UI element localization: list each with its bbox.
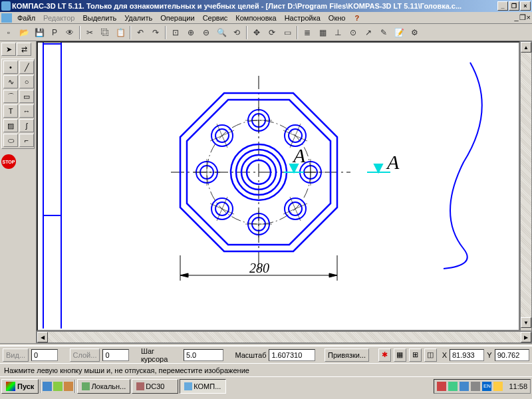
arrow-tool[interactable]: ➤	[1, 43, 16, 56]
quicklaunch-icon[interactable]	[43, 382, 52, 391]
scroll-right-arrow[interactable]: ▶	[521, 332, 531, 342]
layer-button[interactable]: Слой...	[70, 348, 100, 362]
start-button[interactable]: Пуск	[1, 379, 39, 394]
toggle-tool[interactable]: ⇄	[17, 43, 31, 56]
scale-label: Масштаб	[235, 351, 266, 359]
snap-toggle-2[interactable]: ▦	[394, 348, 406, 362]
zoom-out-button[interactable]: ⊖	[199, 25, 213, 40]
doc-restore-button[interactable]: ❐	[519, 13, 526, 22]
save-button[interactable]: 💾	[32, 25, 47, 40]
window-next-button[interactable]: ▭	[280, 25, 295, 40]
quicklaunch-icon[interactable]	[64, 382, 73, 391]
snap-button[interactable]: Привязки...	[325, 348, 369, 362]
scroll-up-arrow[interactable]: ▲	[521, 42, 531, 53]
grid-button[interactable]: ▦	[315, 25, 330, 40]
tray-icon[interactable]	[471, 382, 480, 391]
scroll-left-arrow[interactable]: ◀	[37, 332, 48, 342]
tray-icon[interactable]	[493, 382, 503, 391]
doc-close-button[interactable]: ×	[527, 13, 531, 22]
task-button-1[interactable]: Локальн...	[77, 379, 130, 394]
tray-icon[interactable]	[437, 382, 446, 391]
scroll-track[interactable]	[48, 332, 521, 342]
menu-layout[interactable]: Компоновка	[231, 13, 280, 23]
preview-button[interactable]: 👁	[63, 25, 77, 40]
x-coord: 81.933	[450, 349, 484, 361]
view-button[interactable]: Вид...	[3, 348, 29, 362]
layers-button[interactable]: ≣	[300, 25, 315, 40]
polyline-tool[interactable]: ∿	[3, 75, 18, 88]
snap-toggle-4[interactable]: ◫	[424, 348, 437, 362]
layer-field[interactable]	[102, 349, 129, 361]
point-tool[interactable]: •	[3, 61, 18, 74]
close-button[interactable]: ×	[520, 1, 531, 11]
zoom-prev-button[interactable]: ⟲	[229, 25, 244, 40]
scale-field[interactable]	[269, 349, 315, 361]
cut-button[interactable]: ✂	[82, 25, 97, 40]
horizontal-scrollbar[interactable]: ◀ ▶	[37, 331, 532, 343]
ellipse-tool[interactable]: ⬭	[3, 134, 18, 147]
open-button[interactable]: 📂	[17, 25, 31, 40]
bottom-bar: Вид... Слой... Шаг курсора Масштаб Привя…	[0, 346, 532, 363]
redo-button[interactable]: ↷	[148, 25, 163, 40]
drawing-canvas[interactable]: 280 А А	[37, 41, 520, 331]
redraw-button[interactable]: ⟳	[265, 25, 279, 40]
task-button-3[interactable]: КОМП...	[180, 379, 226, 394]
system-tray: EN 11:58	[434, 379, 531, 394]
view-letter-a: А	[292, 144, 306, 166]
undo-button[interactable]: ↶	[133, 25, 148, 40]
text-tool[interactable]: T	[3, 104, 18, 118]
zoom-all-button[interactable]: ⊡	[168, 25, 183, 40]
paste-button[interactable]: 📋	[113, 25, 128, 40]
menu-delete[interactable]: Удалить	[120, 13, 156, 23]
zoom-in-button[interactable]: ⊕	[184, 25, 198, 40]
clock[interactable]: 11:58	[509, 382, 527, 390]
x-label: X	[442, 351, 447, 359]
line-tool[interactable]: ╱	[19, 61, 34, 74]
zoom-window-button[interactable]: 🔍	[214, 25, 229, 40]
ortho-button[interactable]: ⊥	[331, 25, 345, 40]
cursor-step-field[interactable]	[184, 349, 223, 361]
pan-button[interactable]: ✥	[249, 25, 264, 40]
tray-icon[interactable]	[448, 382, 458, 391]
vertical-scrollbar[interactable]: ▲ ▼	[520, 41, 532, 331]
tray-icon[interactable]	[460, 382, 469, 391]
menu-service[interactable]: Сервис	[199, 13, 232, 23]
edit-button[interactable]: ✎	[376, 25, 391, 40]
dimension-tool[interactable]: ↔	[19, 104, 34, 118]
task-button-2[interactable]: DC30	[132, 379, 178, 394]
rect-tool[interactable]: ▭	[19, 90, 34, 103]
doc-minimize-button[interactable]: _	[514, 13, 518, 22]
coord-button[interactable]: ↗	[361, 25, 376, 40]
quicklaunch-icon[interactable]	[53, 382, 63, 391]
macro-button[interactable]: ⚙	[407, 25, 422, 40]
arc-tool[interactable]: ⌒	[3, 90, 18, 103]
scroll-down-arrow[interactable]: ▼	[521, 317, 531, 328]
print-button[interactable]: P	[47, 25, 62, 40]
props-button[interactable]: 📝	[392, 25, 406, 40]
menu-select[interactable]: Выделить	[78, 13, 120, 23]
snap-toggle-1[interactable]: ✱	[378, 348, 391, 362]
restore-button[interactable]: ❐	[509, 1, 519, 11]
y-coord: 90.762	[495, 349, 529, 361]
menu-file[interactable]: Файл	[13, 13, 39, 23]
stop-button[interactable]: STOP	[1, 154, 16, 169]
copy-button[interactable]: ⿻	[98, 25, 112, 40]
view-letter-a-free: А	[386, 151, 400, 173]
menu-window[interactable]: Окно	[325, 13, 350, 23]
menu-editor[interactable]: Редактор	[39, 13, 78, 23]
menu-settings[interactable]: Настройка	[281, 13, 325, 23]
fillet-tool[interactable]: ⌐	[19, 134, 34, 147]
spline-tool[interactable]: ∫	[19, 119, 34, 132]
scroll-track[interactable]	[521, 53, 531, 317]
menu-help[interactable]: ?	[350, 13, 363, 23]
snap-button[interactable]: ⊙	[346, 25, 360, 40]
lang-icon[interactable]: EN	[482, 382, 491, 391]
menu-operations[interactable]: Операции	[156, 13, 198, 23]
hatch-tool[interactable]: ▨	[3, 119, 18, 132]
main-toolbar: ▫ 📂 💾 P 👁 ✂ ⿻ 📋 ↶ ↷ ⊡ ⊕ ⊖ 🔍 ⟲ ✥ ⟳ ▭ ≣ ▦ …	[0, 24, 532, 41]
minimize-button[interactable]: _	[497, 1, 508, 11]
snap-toggle-3[interactable]: ⊞	[409, 348, 422, 362]
new-button[interactable]: ▫	[1, 25, 16, 40]
view-field[interactable]	[31, 349, 58, 361]
circle-tool[interactable]: ○	[19, 75, 34, 88]
